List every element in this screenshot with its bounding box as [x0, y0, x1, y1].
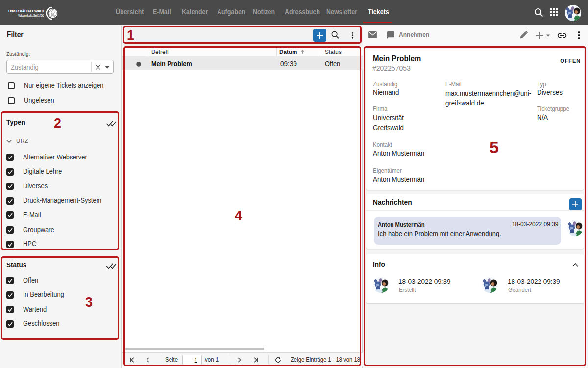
svg-text:Wissen lockt. Seit 1456: Wissen lockt. Seit 1456: [18, 14, 44, 17]
svg-text:UNIVERSITÄT GREIFSWALD: UNIVERSITÄT GREIFSWALD: [8, 9, 44, 13]
